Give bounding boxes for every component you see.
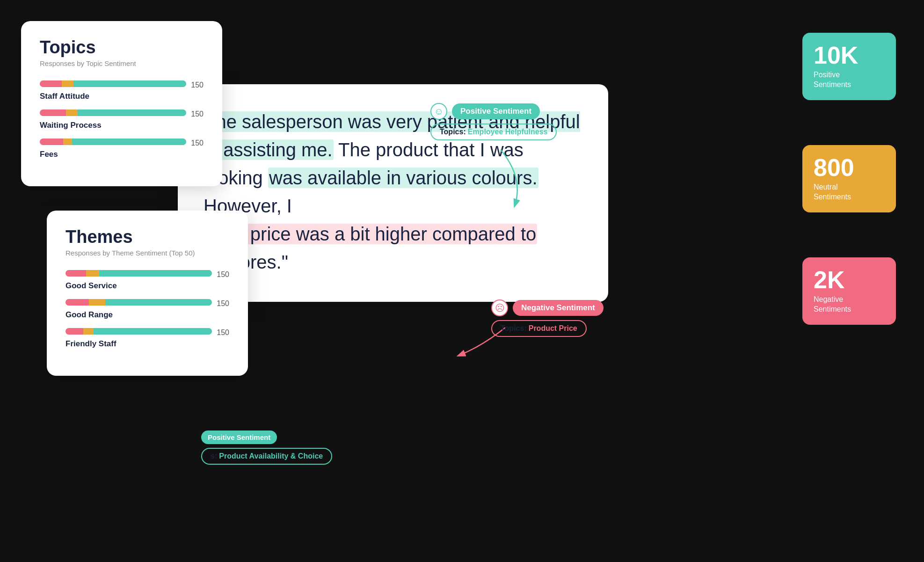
topic-label-2: s: bbox=[211, 452, 217, 460]
smiley-icon-1: ☺ bbox=[430, 103, 447, 120]
stat-label-negative: NegativeSentiments bbox=[814, 295, 885, 314]
positive-badge-2: Positive Sentiment bbox=[201, 431, 277, 444]
stat-label-neutral: NeutralSentiments bbox=[814, 182, 885, 202]
bar-label-waiting: Waiting Process bbox=[40, 121, 204, 130]
bar-label-fees: Fees bbox=[40, 150, 204, 159]
bar-count-good-range: 150 bbox=[217, 299, 229, 308]
topics-card: Topics Responses by Topic Sentiment 150 … bbox=[21, 21, 222, 186]
bar-label-staff: Staff Attitude bbox=[40, 92, 204, 101]
themes-title: Themes bbox=[65, 227, 229, 247]
bar-count-fees: 150 bbox=[191, 139, 204, 147]
topics-title: Topics bbox=[40, 37, 204, 58]
stat-label-positive: PositiveSentiments bbox=[814, 70, 885, 90]
bar-count-friendly-staff: 150 bbox=[217, 328, 229, 337]
stat-number-positive: 10K bbox=[814, 43, 885, 67]
topic-value-1: Employee Helpfulness bbox=[468, 128, 548, 136]
bar-row-fees: 150 Fees bbox=[40, 139, 204, 159]
bar-label-good-service: Good Service bbox=[65, 281, 229, 291]
topic-label-1: Topics: bbox=[440, 128, 466, 136]
bar-count-waiting: 150 bbox=[191, 110, 204, 118]
negative-badge: Negative Sentiment bbox=[513, 300, 604, 316]
negative-badge-label: Negative Sentiment bbox=[521, 303, 595, 313]
themes-card: Themes Responses by Theme Sentiment (Top… bbox=[47, 211, 248, 376]
stat-card-negative: 2K NegativeSentiments bbox=[802, 257, 896, 325]
bar-count-staff: 150 bbox=[191, 81, 204, 89]
topic-label-neg: Topics: bbox=[501, 324, 527, 333]
bar-row-good-service: 150 Good Service bbox=[65, 270, 229, 291]
topic-badge-price: Topics: Product Price bbox=[491, 320, 587, 337]
themes-subtitle: Responses by Theme Sentiment (Top 50) bbox=[65, 249, 229, 257]
topic-value-neg: Product Price bbox=[529, 324, 577, 333]
positive-badge-1: Positive Sentiment bbox=[452, 103, 540, 119]
stat-card-positive: 10K PositiveSentiments bbox=[802, 33, 896, 100]
bar-row-staff-attitude: 150 Staff Attitude bbox=[40, 80, 204, 101]
topic-value-2: Product Availability & Choice bbox=[219, 452, 323, 460]
highlight-negative: k the price was a bit higher compared to bbox=[204, 224, 537, 244]
topic-badge-availability: s: Product Availability & Choice bbox=[201, 448, 332, 465]
stat-number-neutral: 800 bbox=[814, 155, 885, 180]
stat-number-negative: 2K bbox=[814, 268, 885, 292]
positive-annotation-2: Positive Sentiment s: Product Availabili… bbox=[201, 431, 332, 465]
bar-row-good-range: 150 Good Range bbox=[65, 299, 229, 320]
bar-row-friendly-staff: 150 Friendly Staff bbox=[65, 328, 229, 349]
bar-row-waiting: 150 Waiting Process bbox=[40, 109, 204, 130]
negative-annotation: ☹ Negative Sentiment Topics: Product Pri… bbox=[491, 299, 604, 337]
topic-badge-employee: Topics: Employee Helpfulness bbox=[430, 124, 557, 140]
positive-annotation-1: ☺ Positive Sentiment Topics: Employee He… bbox=[430, 103, 557, 140]
highlight-positive-2: was available in various colours. bbox=[268, 168, 538, 188]
positive-badge-label-2: Positive Sentiment bbox=[208, 433, 270, 441]
bar-count-good-service: 150 bbox=[217, 270, 229, 279]
frowny-icon: ☹ bbox=[491, 299, 508, 316]
topics-subtitle: Responses by Topic Sentiment bbox=[40, 59, 204, 67]
stat-card-neutral: 800 NeutralSentiments bbox=[802, 145, 896, 212]
positive-badge-label-1: Positive Sentiment bbox=[460, 107, 531, 116]
bar-label-friendly-staff: Friendly Staff bbox=[65, 339, 229, 349]
bar-label-good-range: Good Range bbox=[65, 310, 229, 320]
